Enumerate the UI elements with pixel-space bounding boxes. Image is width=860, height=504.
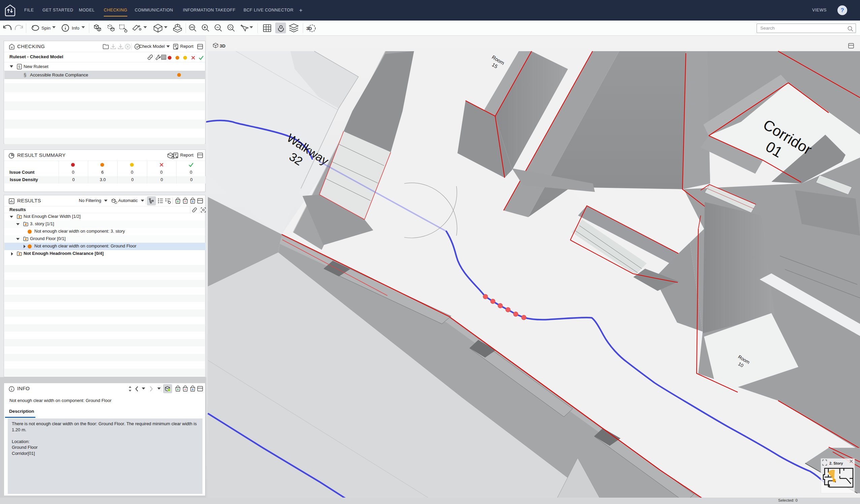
- svg-text:3D: 3D: [306, 26, 312, 31]
- svg-text:§: §: [24, 72, 26, 78]
- svg-text:3D: 3D: [220, 43, 226, 48]
- svg-text:§: §: [18, 65, 20, 69]
- svg-text:2. Story: 2. Story: [829, 461, 843, 465]
